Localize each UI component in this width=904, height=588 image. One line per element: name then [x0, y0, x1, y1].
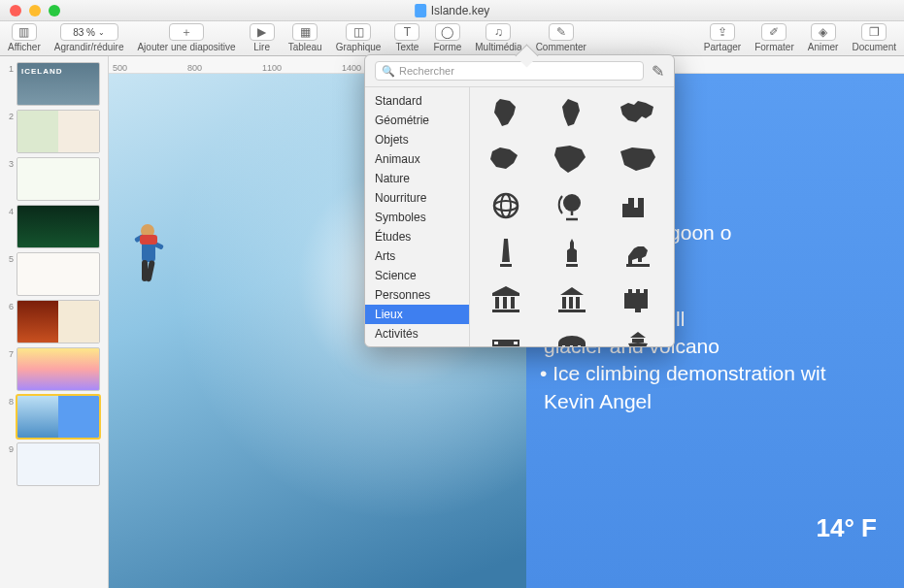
shape-temple[interactable]	[552, 283, 591, 314]
chevron-down-icon: ⌄	[98, 28, 105, 37]
share-icon: ⇪	[710, 23, 735, 41]
zoom-control[interactable]: 83 % ⌄ Agrandir/réduire	[54, 23, 124, 52]
svg-rect-12	[494, 342, 498, 344]
shape-category-standard[interactable]: Standard	[365, 91, 469, 111]
play-icon: ▶	[250, 23, 275, 41]
comment-icon: ✎	[549, 23, 574, 41]
slide-thumb-1[interactable]: 1	[0, 60, 108, 108]
slide-thumb-6[interactable]: 6	[0, 298, 108, 345]
shape-statue-horse[interactable]	[619, 237, 657, 268]
document-button[interactable]: ❐ Document	[852, 23, 896, 52]
slide-line: Kevin Angel	[540, 388, 888, 415]
minimize-button[interactable]	[29, 5, 41, 16]
close-button[interactable]	[10, 5, 21, 16]
shape-category-science[interactable]: Science	[365, 266, 469, 285]
shape-category-list[interactable]: StandardGéométrieObjetsAnimauxNatureNour…	[365, 87, 470, 346]
shapes-search-input[interactable]: 🔍 Rechercher	[375, 61, 644, 81]
shape-continent-north-america[interactable]	[552, 144, 591, 175]
shape-category-symboles[interactable]: Symboles	[365, 208, 469, 227]
svg-rect-18	[578, 345, 581, 346]
svg-point-10	[563, 194, 581, 212]
slide-thumb-5[interactable]: 5	[0, 250, 108, 298]
shape-obelisk[interactable]	[486, 237, 525, 268]
slide-line: • Ice climbing demonstration wit	[540, 360, 888, 387]
view-button[interactable]: ▥ Afficher	[8, 23, 41, 52]
shape-continent-south-america[interactable]	[552, 97, 591, 128]
shape-film-strip[interactable]	[486, 330, 525, 346]
shape-button[interactable]: ◯ Forme	[433, 23, 461, 52]
document-title: Islande.key	[415, 4, 490, 17]
document-title-text: Islande.key	[431, 4, 490, 17]
toolbar: ▥ Afficher 83 % ⌄ Agrandir/réduire ＋ Ajo…	[0, 21, 904, 56]
maximize-button[interactable]	[49, 5, 60, 16]
shape-city-skyline[interactable]	[619, 190, 657, 221]
titlebar: Islande.key	[0, 0, 904, 21]
svg-rect-6	[140, 235, 157, 245]
animate-icon: ◈	[811, 23, 836, 41]
document-icon: ❐	[861, 23, 887, 41]
svg-point-8	[494, 201, 518, 211]
shape-globe-stand[interactable]	[552, 190, 591, 221]
keynote-doc-icon	[415, 4, 426, 17]
shape-grid[interactable]	[470, 87, 674, 346]
shape-castle[interactable]	[619, 283, 657, 314]
shape-category-objets[interactable]: Objets	[365, 130, 469, 149]
text-button[interactable]: T Texte	[394, 23, 419, 52]
slide-thumb-8[interactable]: 8	[0, 393, 108, 441]
search-icon: 🔍	[382, 65, 395, 78]
shape-globe-grid[interactable]	[486, 190, 525, 221]
popover-search-row: 🔍 Rechercher ✎	[365, 55, 674, 87]
shape-continent-africa[interactable]	[486, 97, 525, 128]
shape-category-études[interactable]: Études	[365, 227, 469, 246]
table-button[interactable]: ▦ Tableau	[288, 23, 322, 52]
svg-rect-14	[514, 342, 518, 344]
climber-figure	[126, 219, 184, 307]
shape-category-arts[interactable]: Arts	[365, 246, 469, 266]
shape-category-animaux[interactable]: Animaux	[365, 149, 469, 169]
comment-button[interactable]: ✎ Commenter	[536, 23, 586, 52]
shapes-popover: 🔍 Rechercher ✎ StandardGéométrieObjetsAn…	[364, 54, 675, 347]
shape-country-usa[interactable]	[619, 144, 657, 175]
slide-thumb-9[interactable]: 9	[0, 441, 108, 488]
animate-button[interactable]: ◈ Animer	[808, 23, 839, 52]
slide-navigator[interactable]: 1 2 3 4 5 6 7 8 9	[0, 56, 109, 588]
temperature-label: 14° F	[817, 511, 877, 545]
share-button[interactable]: ⇪ Partager	[704, 23, 741, 52]
shape-statue-liberty[interactable]	[552, 237, 591, 268]
shape-pagoda[interactable]	[619, 330, 657, 346]
shape-category-personnes[interactable]: Personnes	[365, 285, 469, 305]
shape-continent-europe[interactable]	[486, 144, 525, 175]
slide-thumb-3[interactable]: 3	[0, 155, 108, 203]
play-button[interactable]: ▶ Lire	[250, 23, 275, 52]
window-controls	[0, 5, 60, 16]
slide-thumb-2[interactable]: 2	[0, 108, 108, 155]
text-icon: T	[394, 23, 419, 41]
table-icon: ▦	[292, 23, 318, 41]
pencil-icon[interactable]: ✎	[652, 62, 664, 81]
slide-thumb-4[interactable]: 4	[0, 203, 108, 250]
plus-icon: ＋	[169, 23, 204, 41]
format-button[interactable]: ✐ Formater	[754, 23, 794, 52]
chart-button[interactable]: ◫ Graphique	[336, 23, 382, 52]
add-slide-button[interactable]: ＋ Ajouter une diapositive	[137, 23, 235, 52]
svg-rect-17	[570, 345, 573, 346]
shape-colosseum[interactable]	[552, 330, 591, 346]
shape-category-activités[interactable]: Activités	[365, 324, 469, 343]
shape-category-nature[interactable]: Nature	[365, 169, 469, 188]
shape-category-lieux[interactable]: Lieux	[365, 305, 469, 324]
shape-building-columns[interactable]	[486, 283, 525, 314]
shape-icon: ◯	[435, 23, 460, 41]
svg-point-7	[494, 194, 518, 217]
search-placeholder: Rechercher	[399, 65, 454, 77]
svg-point-9	[501, 194, 511, 217]
media-icon: ♫	[485, 23, 511, 41]
shape-world-map[interactable]	[619, 97, 657, 128]
svg-rect-16	[562, 345, 565, 346]
brush-icon: ✐	[761, 23, 787, 41]
zoom-dropdown[interactable]: 83 % ⌄	[60, 23, 118, 41]
view-icon: ▥	[12, 23, 37, 41]
slide-thumb-7[interactable]: 7	[0, 345, 108, 393]
shape-category-géométrie[interactable]: Géométrie	[365, 111, 469, 130]
media-button[interactable]: ♫ Multimédia	[475, 23, 521, 52]
shape-category-nourriture[interactable]: Nourriture	[365, 188, 469, 208]
